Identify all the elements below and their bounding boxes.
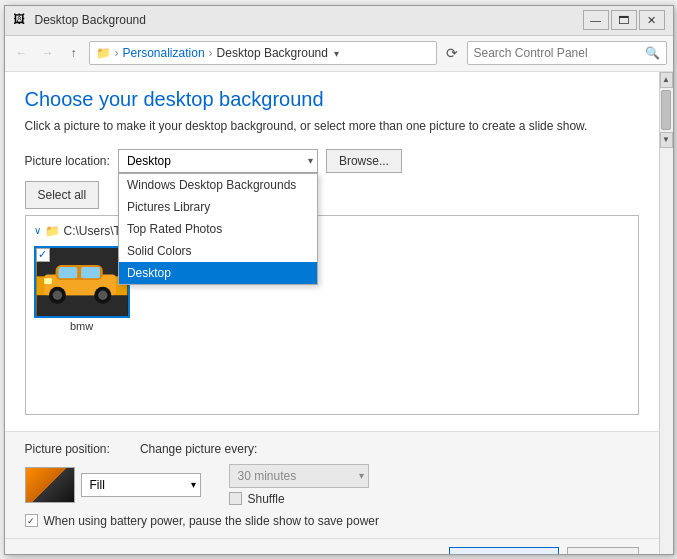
position-dropdown[interactable]: Fill ▾: [81, 473, 201, 497]
nav-bar: ← → ↑ 📁 › Personalization › Desktop Back…: [5, 36, 673, 72]
shuffle-checkbox[interactable]: [229, 492, 242, 505]
breadcrumb-folder-icon: 📁: [96, 46, 111, 60]
svg-rect-4: [58, 266, 77, 277]
scroll-thumb[interactable]: [661, 90, 671, 130]
change-picture-section: Change picture every:: [140, 442, 257, 456]
browse-button[interactable]: Browse...: [326, 149, 402, 173]
timer-shuffle-group: 30 minutes ▾ Shuffle: [229, 464, 369, 506]
dropdown-option-0[interactable]: Windows Desktop Backgrounds: [119, 174, 317, 196]
title-bar-controls: — 🗖 ✕: [583, 10, 665, 30]
picture-location-row: Picture location: Desktop ▾ Windows Desk…: [25, 149, 639, 173]
shuffle-row: Shuffle: [229, 492, 369, 506]
search-input[interactable]: [474, 46, 645, 60]
image-checkbox[interactable]: ✓: [36, 248, 50, 262]
bottom-controls-row: Picture position: Change picture every:: [25, 442, 639, 456]
window-title: Desktop Background: [35, 13, 583, 27]
folder-icon: 📁: [45, 224, 60, 238]
change-picture-label: Change picture every:: [140, 442, 257, 456]
save-button[interactable]: Save changes: [449, 547, 559, 554]
dropdown-wrapper: Desktop ▾ Windows Desktop Backgrounds Pi…: [118, 149, 318, 173]
footer: Save changes Cancel: [5, 538, 659, 554]
scrollable-content: Choose your desktop background Click a p…: [5, 72, 659, 554]
folder-arrow-icon: ∨: [34, 225, 41, 236]
cancel-button[interactable]: Cancel: [567, 547, 638, 554]
window-icon: 🖼: [13, 12, 29, 28]
search-icon: 🔍: [645, 46, 660, 60]
shuffle-label: Shuffle: [248, 492, 285, 506]
svg-rect-10: [44, 278, 52, 284]
battery-row: ✓ When using battery power, pause the sl…: [25, 514, 639, 528]
dropdown-options-list: Windows Desktop Backgrounds Pictures Lib…: [118, 173, 318, 285]
battery-checkbox[interactable]: ✓: [25, 514, 38, 527]
image-thumb-wrapper: ✓: [34, 246, 130, 318]
svg-point-9: [98, 290, 107, 299]
picture-position-group: Picture position:: [25, 442, 110, 456]
breadcrumb-current: Desktop Background: [217, 46, 328, 60]
up-button[interactable]: ↑: [63, 42, 85, 64]
select-all-button[interactable]: Select all: [25, 181, 100, 209]
title-bar: 🖼 Desktop Background — 🗖 ✕: [5, 6, 673, 36]
breadcrumb-personalization[interactable]: Personalization: [123, 46, 205, 60]
svg-rect-5: [81, 266, 100, 277]
svg-point-7: [52, 290, 61, 299]
pictures-panel: ∨ 📁 C:\Users\Te... ✓: [25, 215, 639, 415]
dropdown-option-4[interactable]: Desktop: [119, 262, 317, 284]
dropdown-option-1[interactable]: Pictures Library: [119, 196, 317, 218]
position-control: Fill ▾: [25, 467, 201, 503]
battery-label: When using battery power, pause the slid…: [44, 514, 380, 528]
page-subtitle: Click a picture to make it your desktop …: [25, 119, 639, 133]
scrollbar: ▲ ▼: [659, 72, 673, 554]
scroll-down-button[interactable]: ▼: [660, 132, 673, 148]
content-area: Choose your desktop background Click a p…: [5, 72, 659, 431]
close-button[interactable]: ✕: [639, 10, 665, 30]
minimize-button[interactable]: —: [583, 10, 609, 30]
position-dropdown-arrow-icon: ▾: [191, 479, 196, 490]
dropdown-value: Desktop: [127, 154, 171, 168]
dropdown-arrow-icon: ▾: [308, 155, 313, 166]
breadcrumb-sep: ›: [115, 46, 119, 60]
dropdown-option-2[interactable]: Top Rated Photos: [119, 218, 317, 240]
search-box: 🔍: [467, 41, 667, 65]
back-button[interactable]: ←: [11, 42, 33, 64]
chevron-down-icon: ▾: [334, 48, 339, 59]
dropdown-option-3[interactable]: Solid Colors: [119, 240, 317, 262]
restore-button[interactable]: 🗖: [611, 10, 637, 30]
list-item[interactable]: ✓: [34, 246, 130, 332]
position-value: Fill: [90, 478, 105, 492]
bottom-section: Picture position: Change picture every: …: [5, 431, 659, 538]
breadcrumb-sep2: ›: [209, 46, 213, 60]
forward-button[interactable]: →: [37, 42, 59, 64]
timer-value: 30 minutes: [238, 469, 297, 483]
picture-location-label: Picture location:: [25, 154, 110, 168]
refresh-button[interactable]: ⟳: [441, 42, 463, 64]
position-preview: [25, 467, 75, 503]
image-label: bmw: [70, 320, 93, 332]
timer-dropdown[interactable]: 30 minutes ▾: [229, 464, 369, 488]
timer-dropdown-arrow-icon: ▾: [359, 470, 364, 481]
picture-location-dropdown[interactable]: Desktop ▾: [118, 149, 318, 173]
breadcrumb: 📁 › Personalization › Desktop Background…: [89, 41, 437, 65]
picture-position-label: Picture position:: [25, 442, 110, 456]
scroll-up-button[interactable]: ▲: [660, 72, 673, 88]
bottom-row2: Fill ▾ 30 minutes ▾ Shuffle: [25, 464, 639, 506]
main-content-area: Choose your desktop background Click a p…: [5, 72, 673, 554]
window: 🖼 Desktop Background — 🗖 ✕ ← → ↑ 📁 › Per…: [4, 5, 674, 555]
page-title: Choose your desktop background: [25, 88, 639, 111]
